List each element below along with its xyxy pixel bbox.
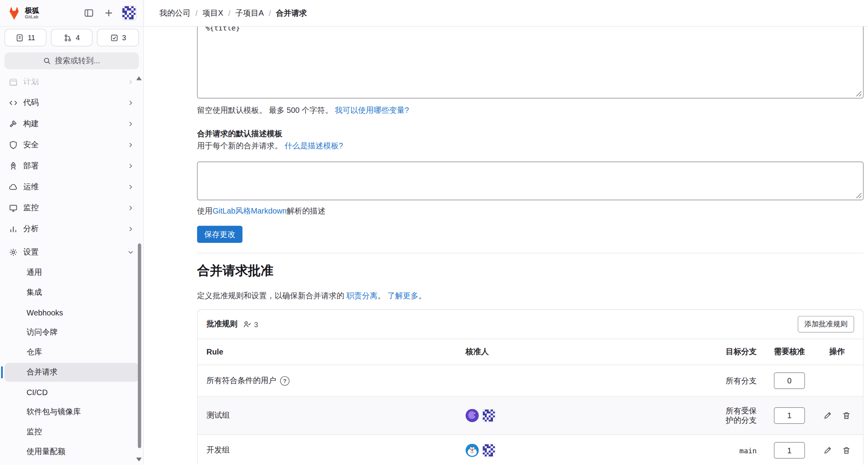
sidebar-item-usage-quotas[interactable]: 使用量配额	[4, 443, 139, 461]
sidebar-item-label: 集成	[27, 288, 42, 298]
delete-rule-button[interactable]	[841, 410, 852, 420]
learn-more-link[interactable]: 了解更多	[388, 291, 418, 300]
code-icon	[9, 98, 18, 107]
sidebar-item-code[interactable]: 代码	[4, 93, 139, 113]
gitlab-markdown-link[interactable]: GitLab风格Markdown	[213, 207, 287, 216]
target-branch-value: main	[739, 446, 757, 454]
merge-commit-template-textarea[interactable]: %{title}	[197, 27, 863, 98]
markdown-help-prefix: 使用	[197, 207, 213, 216]
separation-of-duties-link[interactable]: 职责分离	[346, 291, 377, 300]
sidebar-item-label: 通用	[27, 268, 42, 278]
what-is-description-template-link[interactable]: 什么是描述模板?	[284, 141, 343, 150]
sidebar-item-repository[interactable]: 仓库	[4, 343, 139, 362]
help-icon[interactable]: ?	[280, 376, 289, 385]
sidebar-item-deploy[interactable]: 部署	[4, 156, 139, 176]
save-button[interactable]: 保存更改	[197, 226, 242, 243]
resize-grip-icon[interactable]	[856, 192, 862, 199]
sidebar-scrollbar-thumb[interactable]	[138, 244, 141, 448]
sidebar-item-monitor[interactable]: 监控	[4, 198, 139, 218]
edit-rule-button[interactable]	[823, 445, 833, 456]
hammer-icon	[9, 119, 18, 128]
approval-rules-title: 批准规则	[207, 319, 238, 330]
sidebar-item-label: 构建	[23, 119, 39, 129]
breadcrumb-item-current[interactable]: 合并请求	[276, 8, 307, 18]
delete-rule-button[interactable]	[841, 445, 852, 456]
approval-rules-card: 批准规则 3 添加批准规则 Rule 核准人 目标分支 需要核准	[197, 309, 863, 465]
sidebar-item-label: 监控	[23, 203, 39, 213]
description-template-title: 合并请求的默认描述模板	[197, 128, 863, 139]
sidebar-item-label: 仓库	[27, 347, 42, 358]
cloud-icon	[9, 183, 18, 192]
gitlab-fox-icon	[7, 6, 21, 20]
markdown-help-text: 使用GitLab风格Markdown解析的描述	[197, 206, 863, 216]
approvals-required-input[interactable]	[774, 407, 805, 424]
sidebar-item-packages[interactable]: 软件包与镜像库	[4, 403, 139, 422]
chevron-right-icon	[127, 183, 135, 191]
chevron-right-icon	[127, 162, 135, 170]
brand-name-en: GitLab	[25, 15, 39, 20]
approvals-required-input[interactable]	[774, 372, 805, 389]
approvers-icon	[243, 320, 251, 328]
breadcrumb-separator: /	[195, 9, 198, 18]
column-header-rule: Rule	[207, 347, 466, 356]
search-input[interactable]: 搜索或转到...	[4, 53, 139, 69]
merge-requests-count-pill[interactable]: 4	[51, 29, 93, 46]
brand-logo[interactable]: 极狐 GitLab	[7, 6, 39, 20]
description-subtitle-label: 用于每个新的合并请求。	[197, 141, 282, 150]
sidebar-item-label: 监控	[27, 427, 42, 437]
sidebar-item-label: Webhooks	[27, 308, 63, 317]
breadcrumb-item[interactable]: 我的公司	[159, 8, 190, 18]
rule-name-cell: 开发组	[207, 445, 466, 456]
merge-request-icon	[64, 34, 72, 42]
user-avatar[interactable]	[122, 5, 137, 20]
sidebar-item-webhooks[interactable]: Webhooks	[4, 303, 139, 322]
sidebar-item-build[interactable]: 构建	[4, 114, 139, 134]
sidebar-item-cicd[interactable]: CI/CD	[4, 383, 139, 402]
issues-count-pill[interactable]: 11	[4, 29, 46, 46]
sidebar-item-label: 部署	[23, 161, 39, 171]
breadcrumb-separator: /	[228, 9, 230, 18]
breadcrumb-item[interactable]: 项目X	[203, 8, 223, 18]
actions-cell	[820, 410, 854, 420]
sidebar-item-plan[interactable]: 计划	[4, 72, 139, 92]
sidebar-item-label: 运维	[23, 182, 39, 192]
approver-avatar-purple	[466, 409, 479, 422]
sidebar-item-operate[interactable]: 运维	[4, 177, 139, 197]
brand-name-cn: 极狐	[25, 7, 39, 14]
approval-rules-count: 3	[243, 320, 258, 328]
which-variables-link[interactable]: 我可以使用哪些变量?	[335, 106, 409, 115]
sidebar-toggle-button[interactable]	[81, 5, 96, 21]
target-branch-cell: 所有受保护的分支	[709, 406, 759, 425]
breadcrumb-item[interactable]: 子项目A	[235, 8, 264, 18]
scroll-down-arrow[interactable]	[136, 458, 142, 461]
sidebar-item-analyze[interactable]: 分析	[4, 219, 139, 239]
sidebar-item-integrations[interactable]: 集成	[4, 283, 139, 302]
chevron-right-icon	[127, 78, 135, 86]
merge-requests-count: 4	[76, 34, 80, 42]
chevron-right-icon	[127, 141, 135, 149]
scroll-up-arrow[interactable]	[136, 77, 142, 80]
create-new-button[interactable]	[101, 5, 116, 21]
add-approval-rule-button[interactable]: 添加批准规则	[798, 316, 854, 333]
chevron-right-icon	[127, 204, 135, 212]
issues-count: 11	[28, 34, 35, 42]
chevron-right-icon	[127, 99, 135, 107]
column-header-actions: 操作	[820, 347, 854, 357]
sidebar-item-settings[interactable]: 设置	[4, 242, 139, 262]
monitor-icon	[9, 203, 18, 212]
approvals-required-input[interactable]	[774, 442, 805, 459]
sidebar-item-security[interactable]: 安全	[4, 135, 139, 155]
markdown-help-suffix: 解析的描述	[287, 207, 325, 216]
sidebar-item-merge-requests[interactable]: 合并请求	[4, 363, 139, 382]
resize-grip-icon[interactable]	[856, 91, 862, 97]
todos-count-pill[interactable]: 3	[97, 29, 139, 46]
description-template-textarea[interactable]	[197, 162, 863, 200]
approvals-subtitle-label: 定义批准规则和设置，以确保新合并请求的	[197, 291, 344, 300]
edit-rule-button[interactable]	[823, 410, 833, 420]
sidebar-item-access-tokens[interactable]: 访问令牌	[4, 323, 139, 342]
chevron-right-icon	[127, 120, 135, 128]
sidebar-item-monitor-settings[interactable]: 监控	[4, 423, 139, 442]
todos-count: 3	[122, 34, 126, 42]
sidebar-item-general[interactable]: 通用	[4, 264, 139, 282]
sidebar-item-label: 分析	[23, 224, 39, 234]
